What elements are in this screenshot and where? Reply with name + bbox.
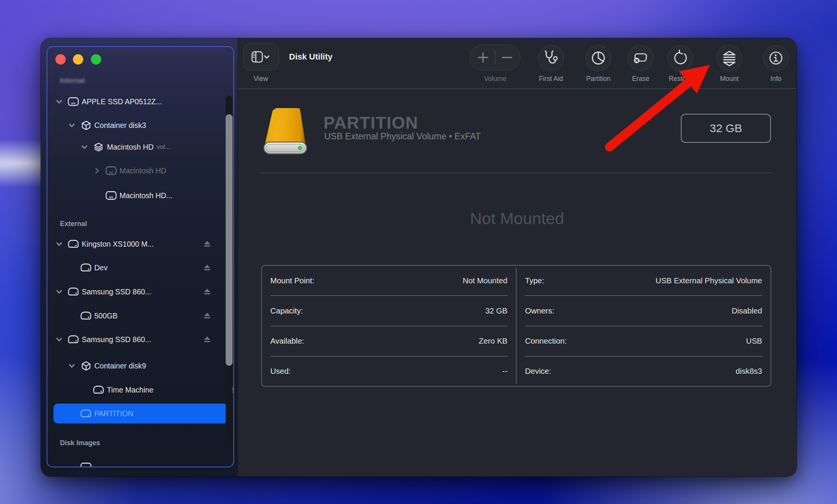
- chevron-down-icon[interactable]: [53, 338, 65, 341]
- clipped-disk-image-icon: [80, 462, 92, 467]
- sidebar-item-label: Samsung SSD 860...: [82, 288, 151, 296]
- minimize-button[interactable]: [73, 54, 83, 65]
- table-row: Owners: Disabled: [525, 296, 762, 326]
- container-icon: [78, 361, 94, 371]
- app-title: Disk Utility: [289, 52, 333, 62]
- eject-icon[interactable]: [202, 263, 212, 272]
- table-row: Device: disk8s3: [525, 357, 762, 386]
- restore-button[interactable]: [667, 45, 693, 71]
- chevron-down-icon[interactable]: [79, 145, 90, 149]
- detail-label: Used:: [270, 367, 291, 376]
- view-label: View: [230, 75, 291, 83]
- partition-button[interactable]: [585, 45, 611, 71]
- external-disk-icon: [78, 263, 94, 272]
- chevron-down-icon[interactable]: [53, 100, 65, 103]
- sidebar-item-500gb[interactable]: 500GB: [53, 307, 228, 325]
- eject-icon[interactable]: [202, 287, 212, 296]
- sidebar-item-time-machine[interactable]: Time Machine: [53, 381, 234, 399]
- mount-icon: [721, 49, 738, 67]
- toolbar-divider: [238, 88, 797, 89]
- detail-label: Mount Point:: [270, 276, 314, 285]
- sidebar-item-container-disk3[interactable]: Container disk3: [53, 116, 228, 134]
- size-badge: 32 GB: [681, 114, 771, 143]
- table-row: Available: Zero KB: [270, 326, 507, 357]
- table-row: Connection: USB: [525, 326, 762, 357]
- sidebar-view-icon: [250, 51, 272, 63]
- sidebar-item-partition-selected[interactable]: PARTITION: [53, 404, 228, 423]
- chevron-down-icon[interactable]: [66, 123, 78, 127]
- header-divider: [260, 173, 772, 173]
- table-row: Used: --: [270, 357, 507, 386]
- sidebar-item-label: Dev: [94, 263, 108, 272]
- external-disk-icon: [65, 335, 82, 344]
- sidebar-section-internal: Internal: [60, 76, 85, 86]
- detail-value: disk8s3: [735, 367, 762, 376]
- info-icon: [768, 50, 784, 66]
- view-button[interactable]: [243, 43, 279, 71]
- volume-label: Volume: [465, 75, 526, 83]
- sidebar-item-macintosh-hd-hidden[interactable]: Macintosh HD: [53, 162, 234, 179]
- sidebar-item-suffix: vol...: [157, 143, 170, 151]
- container-icon: [78, 120, 94, 131]
- detail-label: Device:: [525, 367, 551, 376]
- sidebar-section-external: External: [60, 219, 87, 229]
- sidebar-item-label: Macintosh HD: [107, 143, 154, 152]
- sidebar-item-label: Container disk9: [94, 362, 146, 370]
- chevron-down-icon[interactable]: [53, 242, 65, 246]
- sidebar-item-apple-ssd[interactable]: APPLE SSD AP0512Z...: [53, 93, 215, 110]
- zoom-button[interactable]: [91, 54, 101, 65]
- sidebar-item-dev[interactable]: Dev: [53, 259, 228, 276]
- detail-label: Available:: [270, 336, 304, 346]
- internal-disk-icon: [103, 166, 120, 175]
- sidebar-scrollbar-track[interactable]: [226, 95, 233, 451]
- detail-label: Connection:: [525, 336, 567, 346]
- erase-button[interactable]: [628, 45, 654, 71]
- internal-disk-icon: [103, 191, 120, 200]
- sidebar-scroll-area: Internal APPLE SSD AP0512Z... Container …: [47, 46, 234, 467]
- sidebar-item-label: APPLE SSD AP0512Z...: [82, 97, 162, 106]
- chevron-down-icon[interactable]: [53, 290, 65, 294]
- volume-layers-icon: [90, 142, 107, 152]
- detail-label: Type:: [525, 276, 544, 285]
- chevron-down-icon[interactable]: [66, 364, 78, 368]
- external-disk-icon: [78, 311, 94, 320]
- eject-icon[interactable]: [202, 239, 212, 249]
- eject-icon[interactable]: [202, 311, 212, 320]
- chevron-right-icon[interactable]: [91, 168, 103, 173]
- sidebar-item-samsung-ssd-1[interactable]: Samsung SSD 860...: [53, 283, 215, 300]
- sidebar-item-label: Macintosh HD: [120, 166, 166, 175]
- external-disk-icon: [78, 409, 94, 418]
- sidebar-item-label: Macintosh HD...: [120, 191, 173, 200]
- detail-value: Zero KB: [479, 336, 507, 346]
- sidebar-scrollbar-thumb[interactable]: [226, 114, 233, 366]
- sidebar-item-label: Samsung SSD 860...: [82, 335, 151, 344]
- sidebar-item-samsung-ssd-2[interactable]: Samsung SSD 860...: [53, 331, 215, 348]
- eject-icon[interactable]: [202, 335, 212, 344]
- detail-label: Capacity:: [270, 306, 303, 315]
- sidebar-item-label: Time Machine: [107, 386, 154, 394]
- mount-button[interactable]: [716, 45, 742, 71]
- sidebar-item-label: Container disk3: [94, 121, 146, 130]
- table-row: Mount Point: Not Mounted: [270, 266, 507, 296]
- sidebar-item-container-disk9[interactable]: Container disk9: [53, 357, 228, 375]
- mount-status-text: Not Mounted: [238, 209, 797, 228]
- disk-utility-window: Internal APPLE SSD AP0512Z... Container …: [41, 38, 797, 477]
- table-row: Type: USB External Physical Volume: [525, 266, 762, 296]
- partition-icon: [590, 50, 607, 66]
- sidebar-item-kingston[interactable]: Kingston XS1000 M...: [53, 235, 215, 253]
- device-title: PARTITION: [323, 113, 418, 133]
- detail-value: USB: [746, 336, 762, 346]
- sidebar: Internal APPLE SSD AP0512Z... Container …: [41, 38, 238, 477]
- details-right-column: Type: USB External Physical Volume Owner…: [517, 266, 771, 386]
- external-disk-icon: [65, 239, 82, 249]
- table-row: Capacity: 32 GB: [270, 296, 507, 326]
- info-button[interactable]: [763, 45, 789, 71]
- sidebar-item-macintosh-hd-volumes[interactable]: Macintosh HD vol...: [53, 138, 234, 156]
- sidebar-item-macintosh-hd-data[interactable]: Macintosh HD...: [53, 187, 234, 204]
- detail-value: --: [502, 367, 507, 376]
- device-subtitle: USB External Physical Volume • ExFAT: [324, 131, 481, 142]
- first-aid-button[interactable]: [538, 45, 564, 71]
- close-button[interactable]: [55, 54, 66, 65]
- first-aid-icon: [543, 50, 559, 66]
- detail-value: Disabled: [732, 306, 762, 315]
